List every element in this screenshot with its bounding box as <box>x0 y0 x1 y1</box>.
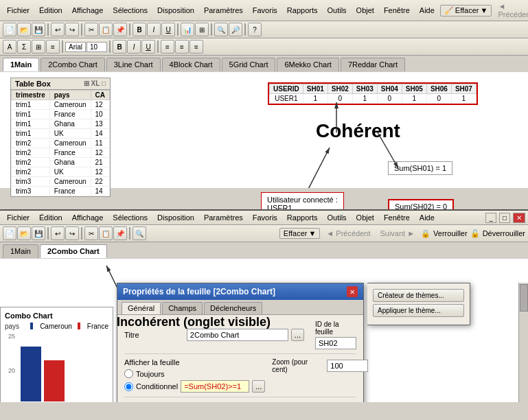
tb-redo[interactable]: ↪ <box>65 23 79 36</box>
tb-undo[interactable]: ↩ <box>51 23 65 36</box>
lower-menu-fichier[interactable]: Fichier <box>3 212 34 223</box>
lower-menu-objet[interactable]: Objet <box>352 212 378 223</box>
lower-tab-2combo[interactable]: 2Combo Chart <box>40 244 107 258</box>
lower-effacer-btn[interactable]: Effacer ▼ <box>279 228 321 239</box>
menu-fichier[interactable]: Fichier <box>3 5 34 16</box>
radio-toujours[interactable]: Toujours <box>124 369 265 378</box>
lower-tab-1main[interactable]: 1Main <box>3 244 38 258</box>
lower-menu-favoris[interactable]: Favoris <box>249 212 282 223</box>
tb-zoom-out[interactable]: 🔎 <box>229 23 242 36</box>
ltb-4[interactable]: 🔍 <box>133 226 146 240</box>
titre-browse-btn[interactable]: ... <box>291 329 304 341</box>
menu-rapports[interactable]: Rapports <box>283 5 322 16</box>
lower-min-btn[interactable]: _ <box>485 213 496 223</box>
menu-affichage[interactable]: Affichage <box>68 5 108 16</box>
ltb-1[interactable]: ✂ <box>84 226 98 240</box>
tab-6mekko[interactable]: 6Mekko Chart <box>277 58 338 71</box>
tb-zoom-in[interactable]: 🔍 <box>214 23 228 36</box>
tab-7reddar[interactable]: 7Reddar Chart <box>341 58 405 71</box>
tb2-alignr[interactable]: ≡ <box>190 40 203 54</box>
lower-menu-parametres[interactable]: Paramètres <box>200 212 247 223</box>
lower-close-btn[interactable]: ✕ <box>513 213 525 223</box>
zoom-input[interactable] <box>327 360 368 372</box>
lower-menu-rapports[interactable]: Rapports <box>283 212 322 223</box>
ltb-open[interactable]: 📂 <box>17 226 31 240</box>
tb2-alignc[interactable]: ≡ <box>175 40 189 54</box>
tb-cut[interactable]: ✂ <box>84 23 98 36</box>
tb-paste[interactable]: 📌 <box>113 23 127 36</box>
lower-menu-edition[interactable]: Édition <box>35 212 67 223</box>
tb2-3[interactable]: ⊞ <box>32 40 45 54</box>
menu-outils[interactable]: Outils <box>323 5 350 16</box>
menu-favoris[interactable]: Favoris <box>249 5 282 16</box>
tb2-2[interactable]: Σ <box>17 40 31 54</box>
precedent-btn[interactable]: ◄ Précédent <box>494 1 528 19</box>
dialog-close-btn[interactable]: ✕ <box>347 286 358 297</box>
lower-menu-disposition[interactable]: Disposition <box>153 212 198 223</box>
scrollbar-right[interactable] <box>518 283 528 402</box>
table-row: trim2France12 <box>12 148 110 158</box>
menu-objet[interactable]: Objet <box>352 5 378 16</box>
tb-save[interactable]: 💾 <box>32 23 45 36</box>
lower-menu-aide[interactable]: Aide <box>415 212 439 223</box>
ltb-2[interactable]: 📋 <box>99 226 113 240</box>
tab-5grid[interactable]: 5Grid Chart <box>222 58 276 71</box>
tb2-u[interactable]: U <box>141 40 155 54</box>
scroll-thumb[interactable] <box>520 284 528 312</box>
tb-italic[interactable]: I <box>147 23 161 36</box>
tab-1main[interactable]: 1Main <box>3 58 39 71</box>
lower-menu-selections[interactable]: Sélections <box>108 212 152 223</box>
lower-verrouiller[interactable]: Verrouiller <box>433 229 468 237</box>
tb2-i[interactable]: I <box>127 40 141 54</box>
ltb-new[interactable]: 📄 <box>3 226 16 240</box>
lower-precedent-btn[interactable]: ◄ Précédent <box>323 229 374 238</box>
tb-new[interactable]: 📄 <box>3 23 16 36</box>
effacer-btn[interactable]: 🧹 Effacer ▼ <box>440 5 492 16</box>
condition-input[interactable] <box>181 380 249 393</box>
menu-aide[interactable]: Aide <box>415 5 439 16</box>
appliquer-theme-btn[interactable]: Appliquer le thème... <box>373 304 464 317</box>
tab-4block[interactable]: 4Block Chart <box>162 58 220 71</box>
tb-underline[interactable]: U <box>161 23 175 36</box>
lower-menu-fenetre[interactable]: Fenêtre <box>380 212 414 223</box>
tab-3line[interactable]: 3Line Chart <box>106 58 161 71</box>
id-feuille-input[interactable] <box>315 337 356 349</box>
dialog-tab-champs[interactable]: Champs <box>162 302 203 314</box>
menu-disposition[interactable]: Disposition <box>153 5 198 16</box>
ltb-redo[interactable]: ↪ <box>65 226 79 240</box>
condition-browse-btn[interactable]: ... <box>252 380 265 393</box>
tab-2combo[interactable]: 2Combo Chart <box>41 58 105 71</box>
tb2-1[interactable]: A <box>3 40 16 54</box>
dialog-tab-declencheurs[interactable]: Déclencheurs <box>204 302 262 314</box>
tb-help[interactable]: ? <box>248 23 262 36</box>
tb2-font[interactable]: Arial <box>65 42 86 52</box>
createur-themes-btn[interactable]: Créateur de thèmes... <box>373 289 464 302</box>
tb-open[interactable]: 📂 <box>17 23 31 36</box>
titre-input[interactable] <box>187 329 288 341</box>
lower-menu-affichage[interactable]: Affichage <box>68 212 108 223</box>
tb-bold[interactable]: B <box>133 23 146 36</box>
lower-suivant-btn[interactable]: Suivant ► <box>376 229 418 238</box>
ltb-save[interactable]: 💾 <box>32 226 45 240</box>
tb-table[interactable]: ⊞ <box>195 23 209 36</box>
lower-deverrouiller[interactable]: Déverrouiller <box>483 229 525 237</box>
ltb-undo[interactable]: ↩ <box>51 226 65 240</box>
ltb-3[interactable]: 📌 <box>113 226 127 240</box>
radio-conditionnel[interactable]: Conditionnel ... <box>124 380 265 393</box>
table-row: trim2UK12 <box>12 167 110 177</box>
tb-copy[interactable]: 📋 <box>99 23 113 36</box>
dialog-tab-general[interactable]: Général <box>122 302 161 314</box>
tb2-b[interactable]: B <box>113 40 126 54</box>
legend-cameroun-label: Cameroun <box>40 323 72 330</box>
lower-menu-outils[interactable]: Outils <box>323 212 350 223</box>
tb2-4[interactable]: ≡ <box>46 40 60 54</box>
menu-parametres[interactable]: Paramètres <box>200 5 247 16</box>
menu-edition[interactable]: Édition <box>35 5 67 16</box>
menu-selections[interactable]: Sélections <box>108 5 152 16</box>
menu-fenetre[interactable]: Fenêtre <box>380 5 414 16</box>
lower-window: Fichier Édition Affichage Sélections Dis… <box>0 209 528 420</box>
tb-chart[interactable]: 📊 <box>181 23 194 36</box>
tb2-alignl[interactable]: ≡ <box>161 40 174 54</box>
lower-max-btn[interactable]: □ <box>499 213 510 223</box>
tb2-fontsize[interactable]: 10 <box>87 42 107 52</box>
